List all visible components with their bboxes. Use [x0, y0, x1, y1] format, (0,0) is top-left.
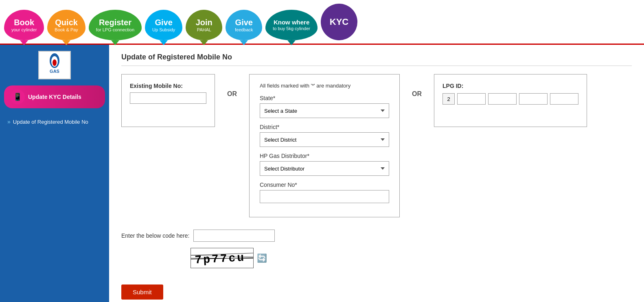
lpg-input-4[interactable] — [550, 93, 578, 105]
mandatory-note: All fields marked with '*' are mandatory — [260, 83, 389, 89]
sidebar-item-update-mobile[interactable]: » Update of Registered Mobile No — [0, 114, 109, 129]
nav-kyc-main: KYC — [330, 17, 348, 27]
top-navigation: Book your cylinder Quick Book & Pay Regi… — [0, 0, 644, 45]
captcha-refresh-icon[interactable]: 🔄 — [257, 253, 267, 263]
main-layout: GAS 📱 Update KYC Details » Update of Reg… — [0, 45, 644, 302]
state-field-group: State* Select a State — [260, 95, 389, 118]
captcha-image: 7p77cu — [191, 248, 254, 268]
page-title: Update of Registered Mobile No — [121, 53, 632, 66]
nav-quick[interactable]: Quick Book & Pay — [47, 10, 85, 40]
svg-text:7p77cu: 7p77cu — [195, 251, 246, 266]
lpg-inputs-group: 2 — [442, 93, 578, 105]
nav-register[interactable]: Register for LPG connection — [89, 10, 142, 40]
captcha-label: Enter the below code here: — [121, 232, 189, 239]
consumer-label: Consumer No* — [260, 182, 389, 188]
nav-book[interactable]: Book your cylinder — [4, 10, 44, 40]
consumer-field-group: Consumer No* — [260, 182, 389, 203]
form-panel: All fields marked with '*' are mandatory… — [249, 74, 400, 217]
nav-join-sub: PAHAL — [197, 27, 211, 33]
captcha-area: Enter the below code here: — [121, 230, 632, 242]
content-area: Update of Registered Mobile No Existing … — [109, 45, 644, 302]
sidebar-logo-container: GAS — [0, 51, 109, 79]
district-select[interactable]: Select District — [260, 132, 389, 147]
nav-register-sub: for LPG connection — [96, 27, 134, 33]
district-field-group: District* Select District — [260, 124, 389, 147]
nav-join-main: Join — [196, 18, 212, 27]
distributor-field-group: HP Gas Distributor* Select Distributor — [260, 153, 389, 176]
nav-know[interactable]: Know where to buy 5kg cylinder — [265, 10, 318, 40]
arrow-icon: » — [7, 118, 11, 125]
sidebar-kyc-label: Update KYC Details — [28, 94, 81, 100]
nav-feedback-main: Give — [235, 18, 253, 27]
nav-give-up-sub: Up Subsidy — [152, 27, 175, 33]
lpg-prefix: 2 — [442, 93, 455, 105]
lpg-id-label: LPG ID: — [442, 83, 578, 89]
submit-button[interactable]: Submit — [121, 284, 163, 300]
svg-point-3 — [53, 59, 57, 66]
nav-know-sub: to buy 5kg cylinder — [273, 26, 310, 31]
nav-register-main: Register — [99, 18, 131, 27]
or-separator-2: OR — [412, 74, 422, 98]
mobile-number-box: Existing Mobile No: — [121, 74, 215, 127]
nav-join[interactable]: Join PAHAL — [186, 10, 222, 40]
form-area: Existing Mobile No: OR All fields marked… — [121, 74, 632, 217]
nav-quick-main: Quick — [55, 18, 78, 27]
consumer-input[interactable] — [260, 190, 389, 203]
or-separator-1: OR — [227, 74, 237, 98]
sidebar: GAS 📱 Update KYC Details » Update of Reg… — [0, 45, 109, 302]
lpg-id-box: LPG ID: 2 — [434, 74, 587, 127]
state-select[interactable]: Select a State — [260, 103, 389, 118]
nav-quick-sub: Book & Pay — [55, 27, 78, 33]
nav-give-up-main: Give — [155, 18, 172, 27]
distributor-label: HP Gas Distributor* — [260, 153, 389, 159]
submit-area: Submit — [121, 276, 632, 300]
sidebar-kyc-button[interactable]: 📱 Update KYC Details — [4, 85, 105, 108]
distributor-select[interactable]: Select Distributor — [260, 161, 389, 176]
lpg-input-3[interactable] — [519, 93, 548, 105]
district-label: District* — [260, 124, 389, 130]
nav-book-main: Book — [14, 18, 34, 27]
nav-know-main: Know where — [274, 19, 309, 26]
nav-give-up[interactable]: Give Up Subsidy — [145, 10, 182, 40]
captcha-image-area: 7p77cu 🔄 — [191, 248, 632, 268]
sidebar-item-label: Update of Registered Mobile No — [13, 119, 88, 125]
nav-book-sub: your cylinder — [11, 27, 37, 33]
captcha-input[interactable] — [193, 230, 275, 242]
svg-text:GAS: GAS — [50, 69, 59, 74]
nav-kyc[interactable]: KYC — [321, 4, 357, 40]
state-label: State* — [260, 95, 389, 101]
hp-logo: GAS — [38, 51, 71, 79]
nav-feedback[interactable]: Give feedback — [226, 10, 262, 40]
phone-icon: 📱 — [10, 90, 25, 104]
existing-mobile-label: Existing Mobile No: — [130, 83, 206, 89]
lpg-input-2[interactable] — [488, 93, 517, 105]
existing-mobile-input[interactable] — [130, 92, 206, 104]
lpg-input-1[interactable] — [457, 93, 486, 105]
nav-feedback-sub: feedback — [235, 27, 253, 33]
